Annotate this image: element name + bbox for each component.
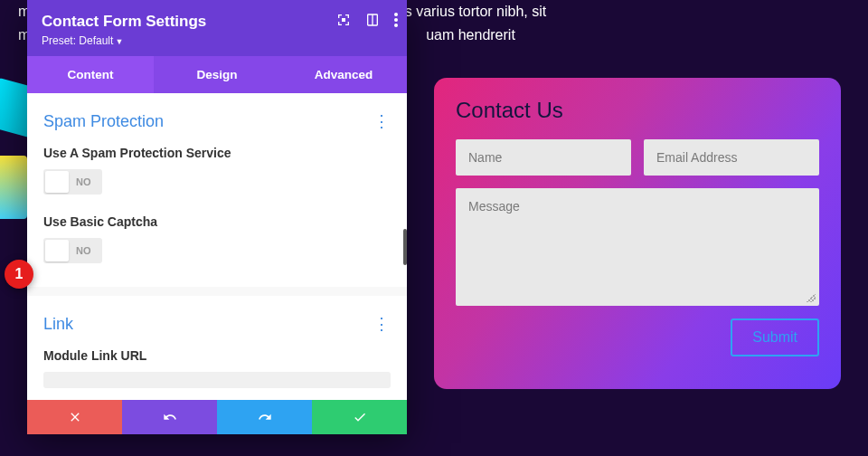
header-actions bbox=[336, 13, 398, 31]
toggle-spam-service[interactable]: NO bbox=[43, 169, 102, 195]
panel-header: Contact Form Settings Preset: Default▼ bbox=[27, 0, 407, 56]
svg-rect-0 bbox=[342, 18, 345, 22]
option-label: Use A Spam Protection Service bbox=[43, 146, 391, 160]
toggle-value: NO bbox=[69, 245, 100, 256]
section-title: Link bbox=[43, 315, 73, 334]
expand-icon[interactable] bbox=[336, 13, 351, 31]
toggle-knob bbox=[45, 171, 69, 193]
tab-design[interactable]: Design bbox=[154, 56, 280, 93]
save-button[interactable] bbox=[312, 400, 407, 434]
responsive-icon[interactable] bbox=[365, 13, 380, 31]
tab-content[interactable]: Content bbox=[27, 56, 154, 93]
section-menu-icon[interactable]: ⋮ bbox=[373, 111, 391, 131]
message-textarea[interactable]: Message bbox=[456, 188, 819, 306]
tabs: Content Design Advanced bbox=[27, 56, 407, 93]
toggle-value: NO bbox=[69, 176, 100, 187]
toggle-basic-captcha[interactable]: NO bbox=[43, 238, 102, 263]
settings-panel: Contact Form Settings Preset: Default▼ C… bbox=[27, 0, 407, 434]
section-spam-protection: Spam Protection ⋮ Use A Spam Protection … bbox=[27, 93, 407, 287]
panel-footer bbox=[27, 400, 407, 434]
option-label: Module Link URL bbox=[43, 348, 391, 363]
cancel-button[interactable] bbox=[27, 400, 122, 434]
kebab-menu-icon[interactable] bbox=[394, 13, 398, 31]
section-link: Link ⋮ Module Link URL bbox=[27, 296, 407, 400]
section-menu-icon[interactable]: ⋮ bbox=[373, 314, 391, 334]
bg-line: uam hendrerit bbox=[426, 27, 515, 43]
email-input[interactable]: Email Address bbox=[644, 139, 819, 176]
svg-point-4 bbox=[394, 18, 398, 22]
contact-form-preview: Contact Us Name Email Address Message Su… bbox=[434, 78, 841, 389]
toggle-knob bbox=[45, 240, 69, 261]
panel-body[interactable]: Spam Protection ⋮ Use A Spam Protection … bbox=[27, 93, 407, 400]
submit-button[interactable]: Submit bbox=[731, 318, 819, 356]
module-link-url-input[interactable] bbox=[43, 372, 391, 388]
tab-advanced[interactable]: Advanced bbox=[280, 56, 407, 93]
name-input[interactable]: Name bbox=[456, 139, 631, 176]
redo-button[interactable] bbox=[217, 400, 312, 434]
step-marker: 1 bbox=[5, 260, 33, 289]
preset-label: Preset: Default bbox=[42, 34, 113, 47]
preset-dropdown[interactable]: Preset: Default▼ bbox=[42, 34, 392, 47]
option-label: Use Basic Captcha bbox=[43, 214, 391, 229]
section-title: Spam Protection bbox=[43, 112, 164, 131]
svg-point-3 bbox=[394, 13, 398, 16]
chevron-down-icon: ▼ bbox=[115, 37, 123, 46]
svg-point-5 bbox=[394, 24, 398, 27]
form-title: Contact Us bbox=[456, 98, 819, 123]
undo-button[interactable] bbox=[122, 400, 217, 434]
